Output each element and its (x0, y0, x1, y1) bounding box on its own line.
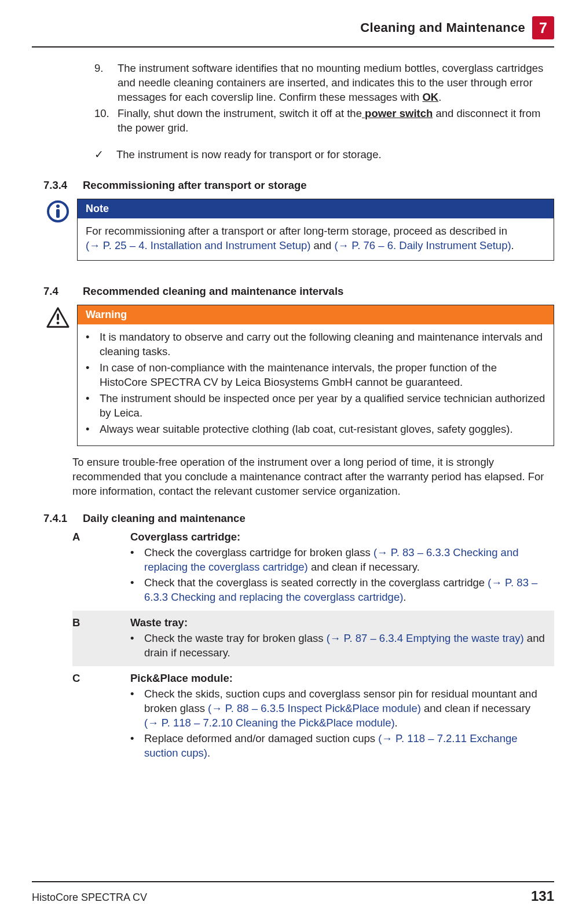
text: Check the coverglass cartridge for broke… (144, 546, 548, 575)
item-body: Finally, shut down the instrument, switc… (118, 107, 548, 136)
page-footer: HistoCore SPECTRA CV 131 (32, 881, 554, 904)
note-callout: Note For recommissioning after a transpo… (43, 199, 554, 261)
svg-point-1 (56, 204, 60, 208)
list-item: •It is mandatory to observe and carry ou… (86, 330, 545, 359)
task-letter: A (72, 531, 130, 605)
list-item: •Replace deformed and/or damaged suction… (130, 732, 548, 761)
section-title: Recommissioning after transport or stora… (83, 179, 554, 192)
text: Replace deformed and/or damaged suction … (144, 732, 548, 761)
note-header: Note (78, 199, 554, 218)
product-name: HistoCore SPECTRA CV (32, 892, 147, 904)
cross-ref-link[interactable]: (→ P. 25 – 4. Installation and Instrumen… (86, 239, 310, 251)
section-number: 7.3.4 (43, 179, 83, 192)
task-body: Waste tray: •Check the waste tray for br… (130, 616, 548, 660)
section-title: Daily cleaning and maintenance (83, 512, 246, 525)
check-text: The instrument is now ready for transpor… (116, 148, 382, 161)
section-number: 7.4.1 (43, 512, 83, 525)
list-item: •Always wear suitable protective clothin… (86, 422, 545, 437)
page-header: Cleaning and Maintenance 7 (32, 0, 554, 46)
task-title: Pick&Place module: (130, 672, 548, 685)
text: Finally, shut down the instrument, switc… (118, 107, 362, 119)
footer-row: HistoCore SPECTRA CV 131 (32, 888, 554, 904)
text: . (207, 747, 210, 759)
text: It is mandatory to observe and carry out… (100, 330, 545, 359)
list-item: •Check the coverglass cartridge for brok… (130, 546, 548, 575)
list-item-10: 10. Finally, shut down the instrument, s… (94, 107, 548, 136)
cross-ref-link[interactable]: (→ P. 88 – 6.3.5 Inspect Pick&Place modu… (208, 702, 421, 714)
task-title: Coverglass cartridge: (130, 531, 548, 543)
warning-header: Warning (78, 305, 554, 324)
cross-ref-link[interactable]: (→ P. 87 – 6.3.4 Emptying the waste tray… (327, 632, 524, 644)
heading-7-4-1: 7.4.1 Daily cleaning and maintenance (43, 512, 554, 525)
text: Replace deformed and/or damaged suction … (144, 732, 378, 744)
text: Check the waste tray for broken glass (→… (144, 631, 548, 660)
task-b: B Waste tray: •Check the waste tray for … (72, 611, 554, 666)
task-body: Coverglass cartridge: •Check the covergl… (130, 531, 548, 605)
list-item: •The instrument should be inspected once… (86, 392, 545, 421)
task-list: •Check the skids, suction cups and cover… (130, 687, 548, 761)
list-item-9: 9. The instrument software identifies th… (94, 61, 548, 105)
task-body: Pick&Place module: •Check the skids, suc… (130, 672, 548, 761)
list-item: •Check the waste tray for broken glass (… (130, 631, 548, 660)
text: . (511, 239, 514, 251)
warning-callout: Warning •It is mandatory to observe and … (43, 305, 554, 446)
text: Check the skids, suction cups and coverg… (144, 687, 548, 731)
text: . (403, 591, 406, 603)
text: Check the waste tray for broken glass (144, 632, 327, 644)
item-body: The instrument software identifies that … (118, 61, 548, 105)
text: Check that the coverglass is seated corr… (144, 576, 488, 589)
section-number: 7.4 (43, 285, 83, 298)
text: and clean if necessary (421, 702, 530, 714)
svg-point-5 (57, 322, 60, 324)
text: For recommissioning after a transport or… (86, 225, 507, 237)
task-letter: C (72, 672, 130, 761)
task-list: •Check the waste tray for broken glass (… (130, 631, 548, 660)
note-box: Note For recommissioning after a transpo… (77, 199, 554, 261)
text: and (310, 239, 334, 251)
page-number: 131 (531, 888, 554, 904)
ok-ref: OK (422, 91, 438, 103)
ordered-list: 9. The instrument software identifies th… (94, 61, 548, 136)
text: and clean if necessary. (308, 561, 420, 573)
text: The instrument software identifies that … (118, 62, 543, 103)
warning-body: •It is mandatory to observe and carry ou… (78, 324, 554, 445)
note-body: For recommissioning after a transport or… (78, 218, 554, 260)
task-list: •Check the coverglass cartridge for brok… (130, 546, 548, 605)
footer-rule (32, 881, 554, 882)
header-rule (32, 46, 554, 48)
power-switch-ref: power switch (362, 107, 433, 119)
item-number: 9. (94, 61, 118, 105)
content-area: 9. The instrument software identifies th… (32, 61, 554, 766)
task-a: A Coverglass cartridge: •Check the cover… (72, 525, 554, 611)
note-icon (43, 199, 72, 223)
text: Always wear suitable protective clothing… (100, 422, 545, 437)
svg-rect-4 (57, 313, 59, 320)
heading-7-3-4: 7.3.4 Recommissioning after transport or… (43, 179, 554, 192)
text: The instrument should be inspected once … (100, 392, 545, 421)
text: Check the coverglass cartridge for broke… (144, 546, 373, 558)
chapter-badge: 7 (532, 16, 554, 39)
text: . (395, 717, 398, 729)
list-item: •Check that the coverglass is seated cor… (130, 576, 548, 605)
heading-7-4: 7.4 Recommended cleaning and maintenance… (43, 285, 554, 298)
check-line: ✓ The instrument is now ready for transp… (94, 148, 554, 161)
warning-icon (43, 305, 72, 330)
task-letter: B (72, 616, 130, 660)
cross-ref-link[interactable]: (→ P. 118 – 7.2.10 Cleaning the Pick&Pla… (144, 717, 395, 729)
text: . (438, 91, 441, 103)
item-number: 10. (94, 107, 118, 136)
text: Check that the coverglass is seated corr… (144, 576, 548, 605)
check-mark-icon: ✓ (94, 148, 116, 161)
text: In case of non-compliance with the maint… (100, 361, 545, 390)
list-item: •In case of non-compliance with the main… (86, 361, 545, 390)
warning-box: Warning •It is mandatory to observe and … (77, 305, 554, 446)
cross-ref-link[interactable]: (→ P. 76 – 6. Daily Instrument Setup) (335, 239, 511, 251)
list-item: •Check the skids, suction cups and cover… (130, 687, 548, 731)
task-title: Waste tray: (130, 616, 548, 629)
section-title: Recommended cleaning and maintenance int… (83, 285, 554, 298)
svg-rect-2 (56, 209, 60, 218)
paragraph: To ensure trouble-free operation of the … (72, 455, 548, 499)
header-title: Cleaning and Maintenance (360, 20, 525, 35)
warning-list: •It is mandatory to observe and carry ou… (86, 330, 545, 437)
task-c: C Pick&Place module: •Check the skids, s… (72, 666, 554, 766)
